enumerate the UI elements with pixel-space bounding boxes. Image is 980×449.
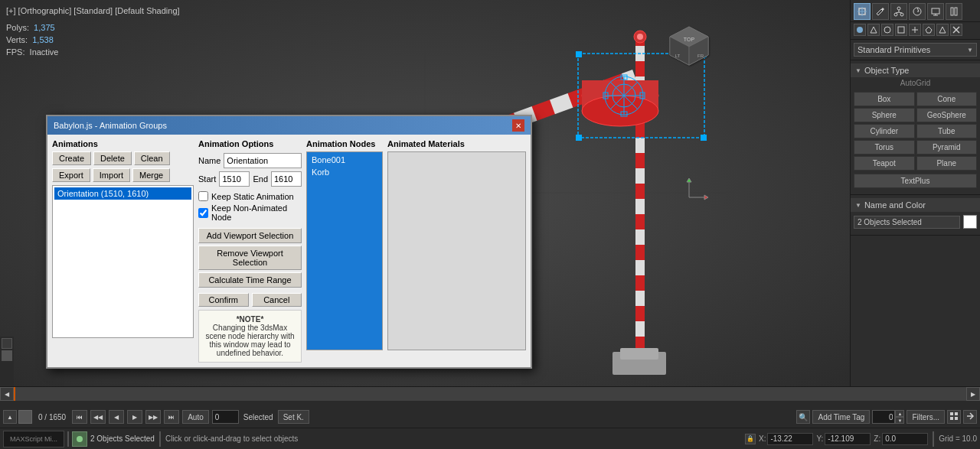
end-input[interactable] (271, 171, 302, 187)
panel-icon-r2-3[interactable] (881, 24, 893, 36)
calculate-time-range-button[interactable]: Calculate Time Range (198, 272, 302, 288)
viewport-icon-btn-2[interactable] (963, 410, 977, 424)
playback-go-end[interactable]: ⏭ (164, 410, 179, 424)
playback-fwd[interactable]: ▶▶ (145, 410, 161, 424)
panel-icon-r2-2[interactable] (867, 24, 880, 36)
primitives-dropdown[interactable]: Standard Primitives ▼ (854, 43, 977, 57)
animation-nodes-column: Animation Nodes Bone001 Korb (306, 139, 383, 363)
svg-line-52 (899, 12, 902, 13)
playback-prev-frame[interactable]: ◀◀ (90, 410, 106, 424)
side-btn-2[interactable] (2, 350, 12, 361)
animations-column-title: Animations (52, 139, 194, 148)
panel-icon-utilities[interactable] (946, 3, 962, 20)
prim-btn-pyramid[interactable]: Pyramid (916, 140, 978, 155)
prim-btn-cylinder[interactable]: Cylinder (854, 124, 915, 138)
node-item-bone001[interactable]: Bone001 (309, 154, 381, 166)
object-type-title[interactable]: Object Type (851, 63, 980, 77)
timeline-left-btn[interactable]: ◀ (0, 387, 14, 401)
objects-selected-text: 2 Objects Selected (90, 434, 155, 443)
spinner-down[interactable]: ▼ (895, 417, 904, 424)
playback-back[interactable]: ◀ (109, 410, 124, 424)
view-btn-1[interactable]: ▲ (3, 410, 17, 424)
panel-icon-motion[interactable] (909, 3, 926, 20)
search-button[interactable]: 🔍 (796, 410, 810, 424)
prim-btn-plane[interactable]: Plane (916, 156, 978, 171)
panel-icon-r2-4[interactable] (895, 24, 907, 36)
prim-btn-torus[interactable]: Torus (854, 140, 915, 155)
svg-point-15 (582, 96, 658, 126)
y-coord-field: Y: (816, 433, 871, 445)
animation-name-input[interactable] (224, 153, 302, 168)
panel-icon-r2-5[interactable] (909, 24, 921, 36)
spinner-input[interactable] (872, 410, 895, 424)
add-viewport-selection-button[interactable]: Add Viewport Selection (198, 228, 302, 243)
prim-btn-sphere[interactable]: Sphere (854, 108, 915, 122)
dialog-close-button[interactable]: ✕ (512, 119, 524, 132)
animation-options-title: Animation Options (198, 139, 302, 148)
add-time-tag-button[interactable]: Add Time Tag (812, 410, 870, 424)
create-button[interactable]: Create (52, 151, 91, 165)
panel-icon-modify[interactable] (872, 3, 889, 20)
prim-btn-box[interactable]: Box (854, 92, 915, 106)
animation-list-item[interactable]: Orientation (1510, 1610) (54, 187, 191, 200)
auto-key-button[interactable]: Auto (182, 410, 209, 424)
delete-button[interactable]: Delete (93, 151, 132, 165)
prim-btn-geosphere[interactable]: GeoSphere (916, 108, 978, 122)
svg-point-47 (897, 7, 900, 10)
animation-buttons: Create Delete Clean (52, 151, 194, 165)
keep-static-checkbox[interactable] (198, 191, 208, 201)
note-title: *NOTE* (204, 315, 296, 324)
clean-button[interactable]: Clean (134, 151, 170, 165)
frame-input[interactable] (212, 410, 239, 424)
spinner-up[interactable]: ▲ (895, 410, 904, 417)
side-btn-1[interactable] (2, 338, 12, 349)
confirm-button[interactable]: Confirm (198, 293, 249, 307)
playback-go-start[interactable]: ⏮ (72, 410, 87, 424)
start-input[interactable] (219, 171, 250, 187)
prim-btn-teapot[interactable]: Teapot (854, 156, 915, 171)
maxscript-box[interactable]: MAXScript Mi... (3, 431, 64, 447)
svg-rect-68 (950, 412, 953, 415)
viewport-icon-btn-1[interactable] (947, 410, 961, 424)
fps-value: Inactive (30, 47, 59, 57)
x-label: X: (759, 434, 766, 443)
start-label: Start (198, 174, 216, 184)
y-input[interactable] (825, 433, 871, 445)
cancel-button[interactable]: Cancel (252, 293, 302, 307)
color-swatch[interactable] (963, 215, 977, 229)
remove-viewport-selection-button[interactable]: Remove Viewport Selection (198, 246, 302, 270)
view-cube[interactable]: TOP LT FR (666, 23, 712, 69)
node-item-korb[interactable]: Korb (309, 166, 381, 178)
view-btn-2[interactable] (18, 410, 32, 424)
panel-icon-hierarchy[interactable] (890, 3, 907, 20)
prim-btn-textplus[interactable]: TextPlus (854, 174, 977, 188)
timeline-track[interactable] (14, 387, 966, 401)
set-key-button[interactable]: Set K. (278, 410, 309, 424)
animations-list[interactable]: Orientation (1510, 1610) (52, 185, 194, 338)
import-button[interactable]: Import (93, 168, 130, 182)
prim-btn-cone[interactable]: Cone (916, 92, 978, 106)
z-input[interactable] (882, 433, 928, 445)
filters-button[interactable]: Filters... (906, 410, 945, 424)
panel-icon-display[interactable] (927, 3, 944, 20)
panel-icon-r2-1[interactable] (854, 24, 866, 36)
panel-icon-r2-6[interactable] (923, 24, 935, 36)
name-input[interactable] (854, 216, 960, 229)
prim-btn-tube[interactable]: Tube (916, 124, 978, 138)
svg-rect-58 (955, 8, 957, 15)
name-color-title[interactable]: Name and Color (851, 198, 980, 212)
verts-value: 1,538 (32, 35, 54, 44)
panel-icon-create[interactable] (854, 3, 871, 20)
animation-nodes-list[interactable]: Bone001 Korb (306, 151, 383, 350)
merge-button[interactable]: Merge (132, 168, 170, 182)
timeline-right-btn[interactable]: ▶ (966, 387, 980, 401)
panel-icon-r2-7[interactable] (936, 24, 949, 36)
keep-non-animated-checkbox[interactable] (198, 208, 208, 218)
frame-spinner[interactable]: ▲ ▼ (872, 410, 904, 424)
x-input[interactable] (767, 433, 813, 445)
export-button[interactable]: Export (52, 168, 90, 182)
left-side-buttons (0, 337, 14, 386)
playback-play[interactable]: ▶ (127, 410, 142, 424)
panel-icon-r2-8[interactable] (950, 24, 962, 36)
lock-icon[interactable]: 🔒 (745, 434, 756, 444)
